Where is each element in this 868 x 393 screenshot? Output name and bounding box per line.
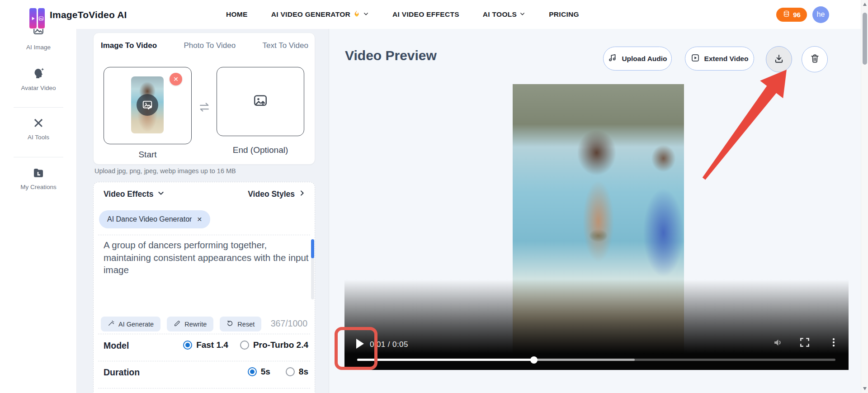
sidebar-item-ai-image[interactable]: AI Image [0,29,77,54]
upload-audio-button[interactable]: Upload Audio [603,47,672,71]
brand-name: ImageToVideo AI [50,9,127,20]
nav-ai-video-effects[interactable]: AI VIDEO EFFECTS [392,10,459,19]
progress-played [357,359,534,361]
nav-pricing[interactable]: PRICING [549,10,579,19]
video-styles-link[interactable]: Video Styles [248,189,306,199]
sidebar-item-ai-tools[interactable]: AI Tools [0,117,77,141]
play-square-icon [691,53,700,64]
avatar-video-icon [0,67,77,82]
duration-options: 5s 8s [248,367,308,377]
my-creations-icon [0,166,77,182]
chevron-down-icon [157,189,165,199]
user-avatar[interactable]: he [812,6,829,23]
chevron-down-icon [363,10,369,19]
end-label: End (Optional) [217,145,304,155]
nav-home[interactable]: HOME [226,10,248,19]
nav-ai-tools[interactable]: AI TOOLS [483,10,525,19]
duration-option-8s[interactable]: 8s [286,367,308,377]
fullscreen-icon[interactable] [799,336,811,350]
annotation-highlight-rect [335,327,377,370]
end-frame-upload[interactable] [217,67,304,136]
prompt-scrollbar-thumb[interactable] [311,239,314,258]
radio-unselected[interactable] [240,341,249,350]
ai-image-icon [0,29,77,37]
page-title: Video Preview [345,48,437,63]
composer-tabs: Image To Video Photo To Video Text To Vi… [101,41,308,50]
start-label: Start [104,150,192,160]
divider [98,334,310,334]
sidebar-divider [14,107,63,108]
panel-divider [329,29,329,393]
upload-card: Image To Video Photo To Video Text To Vi… [93,33,315,165]
page-scrollbar[interactable] [861,0,868,393]
swap-frames-icon[interactable] [198,101,211,115]
radio-unselected[interactable] [286,367,295,376]
trash-icon [810,53,820,65]
model-option-pro-turbo[interactable]: Pro-Turbo 2.4 [240,340,308,350]
start-frame-upload[interactable]: ✕ [104,67,192,144]
prompt-scrollbar-track[interactable] [311,239,314,299]
sidebar-item-avatar-video[interactable]: Avatar Video [0,67,77,91]
progress-bar[interactable] [357,359,835,361]
credits-badge[interactable]: 96 [776,8,807,22]
music-note-icon [608,53,617,64]
controls-gradient [344,279,849,370]
radio-selected[interactable] [248,367,257,376]
settings-card: Video Effects Video Styles AI Dance Vide… [93,182,315,393]
prompt-textarea[interactable]: A group of dancers performing together, … [104,239,312,276]
credits-count: 96 [793,11,801,19]
credits-icon [783,10,790,19]
divider [98,388,310,388]
duration-label: Duration [104,367,140,378]
tab-text-to-video[interactable]: Text To Video [263,41,308,50]
tab-photo-to-video[interactable]: Photo To Video [184,41,236,50]
main-nav: HOME AI VIDEO GENERATOR AI VIDEO EFFECTS… [226,0,579,29]
ai-generate-button[interactable]: AI Generate [101,317,160,331]
wand-icon [108,320,115,328]
duration-option-5s[interactable]: 5s [248,367,270,377]
chevron-right-icon [298,189,306,199]
brand-logo[interactable] [29,8,45,28]
left-sidebar: AI Image Avatar Video AI Tools My Creati… [0,29,77,393]
char-counter: 367/1000 [271,318,307,329]
ai-tools-icon [0,117,77,131]
delete-video-button[interactable] [802,46,828,72]
video-effects-toggle[interactable]: Video Effects [104,189,165,199]
scroll-up-arrow[interactable] [863,3,867,6]
logo-image-icon [38,8,45,28]
tab-image-to-video[interactable]: Image To Video [101,41,157,50]
volume-icon[interactable] [772,336,784,350]
model-label: Model [104,341,129,351]
start-image-thumbnail[interactable] [131,76,164,133]
remove-effect-tag-icon[interactable]: ✕ [197,216,202,223]
more-options-icon[interactable] [828,336,840,350]
model-options: Fast 1.4 Pro-Turbo 2.4 [183,340,308,350]
radio-selected[interactable] [183,341,192,350]
sidebar-divider [14,157,63,157]
fire-icon [353,9,360,19]
reset-icon [226,320,234,328]
nav-ai-video-generator[interactable]: AI VIDEO GENERATOR [271,9,369,19]
scrollbar-thumb[interactable] [863,13,867,65]
divider [98,235,310,235]
sidebar-item-my-creations[interactable]: My Creations [0,166,77,190]
reset-button[interactable]: Reset [220,317,261,331]
effect-tag[interactable]: AI Dance Video Generator ✕ [99,210,210,228]
upload-hint: Upload jpg, png, jpeg, webp images up to… [94,167,236,175]
model-option-fast[interactable]: Fast 1.4 [183,340,228,350]
progress-thumb[interactable] [530,356,538,364]
remove-start-image-button[interactable]: ✕ [170,73,182,85]
rewrite-button[interactable]: Rewrite [167,317,213,331]
top-navbar: ImageToVideo AI HOME AI VIDEO GENERATOR … [0,0,868,29]
scroll-down-arrow[interactable] [863,387,867,390]
annotation-arrow [696,63,800,187]
divider [98,361,310,361]
chevron-down-icon [519,10,525,19]
image-upload-icon [252,93,269,111]
logo-play-icon [29,8,37,28]
image-edit-icon [137,94,158,116]
pencil-icon [174,320,181,328]
